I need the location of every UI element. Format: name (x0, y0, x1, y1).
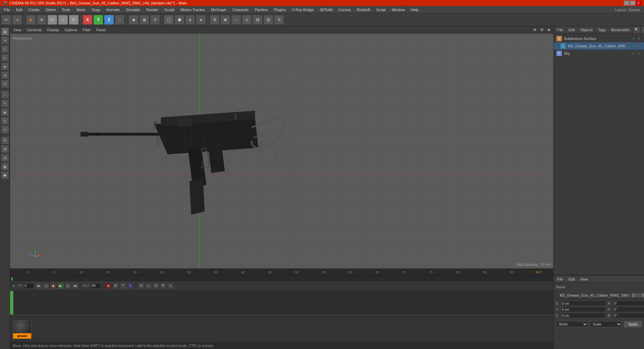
edge-mode-button[interactable]: ◈ (185, 15, 195, 25)
jump-end-button[interactable]: ⏭ (72, 283, 79, 289)
vp-menu-view[interactable]: View (12, 27, 23, 33)
grid-button[interactable]: ▨ (253, 15, 263, 25)
poly-mode-button[interactable]: ⬟ (174, 15, 184, 25)
menu-pipeline[interactable]: Pipeline (252, 6, 270, 13)
menu-snap[interactable]: Snap (89, 6, 103, 13)
menu-3dto[interactable]: 3DToAll (317, 6, 335, 13)
menu-help[interactable]: Help (408, 6, 421, 13)
tool-8[interactable]: ↕ (1, 91, 9, 99)
obj-menu-tags[interactable]: Tags (596, 27, 608, 33)
next-frame-button[interactable]: ▷ (65, 283, 71, 289)
jump-start-button[interactable]: ⏮ (35, 283, 42, 289)
undo-button[interactable]: ↩ (1, 15, 11, 25)
end-frame-input[interactable] (91, 283, 101, 289)
tool-14[interactable]: ⊞ (1, 145, 9, 153)
stop-button[interactable]: ■ (50, 283, 57, 289)
tool-1[interactable]: ▣ (1, 28, 9, 36)
auto-key-button[interactable]: A (112, 283, 119, 289)
obj-item-gun[interactable]: L M3_Grease_Gun_45_Caliber_WW2_SMG ● ● (554, 42, 644, 50)
vis-icon-3[interactable] (641, 293, 644, 297)
tool-13[interactable]: ⧉ (1, 136, 9, 144)
menu-simulate[interactable]: Simulate (123, 6, 143, 13)
obj-menu-objects[interactable]: Objects (578, 27, 595, 33)
obj-item-subdivision[interactable]: S Subdivision Surface ● ● (554, 35, 644, 42)
axis-z-button[interactable]: Z (104, 15, 114, 25)
tool-15[interactable]: ⊟ (1, 154, 9, 162)
viewport-canvas[interactable]: Perspective (10, 34, 553, 268)
play-button[interactable]: ▶ (57, 283, 64, 289)
material-swatch[interactable]: grease (13, 320, 32, 339)
menu-character[interactable]: Character (230, 6, 251, 13)
obj-menu-bookmarks[interactable]: Bookmarks (609, 27, 632, 33)
tool-4[interactable]: ▷ (1, 54, 9, 62)
apply-button[interactable]: Apply (624, 321, 642, 328)
x-pos-input[interactable] (560, 301, 606, 306)
snap-button[interactable]: ◎ (242, 15, 252, 25)
attr-menu-edit[interactable]: Edit (567, 277, 577, 282)
p-input[interactable] (612, 307, 644, 312)
visibility-button[interactable]: ☼ (231, 15, 241, 25)
pos-anim-button[interactable]: P (160, 283, 167, 289)
tool-6[interactable]: ⊕ (1, 71, 9, 79)
vp-menu-filter[interactable]: Filter (81, 27, 92, 33)
h-input[interactable] (612, 301, 644, 306)
gun-vis-editor-btn[interactable]: ● (631, 44, 636, 48)
object-mode-button[interactable]: ⬡ (164, 15, 174, 25)
sky-vis-editor-btn[interactable]: ● (631, 51, 636, 56)
tool-9[interactable]: ✎ (1, 99, 9, 107)
tool-12[interactable]: ↩ (1, 126, 9, 134)
y-pos-input[interactable] (560, 307, 606, 312)
z-pos-input[interactable] (560, 313, 606, 318)
axis-y-button[interactable]: Y (93, 15, 103, 25)
maximize-button[interactable]: □ (630, 1, 635, 5)
tool-10[interactable]: ◉ (1, 108, 9, 116)
coord-system-dropdown[interactable]: World Object Parent (556, 321, 588, 327)
gun-vis-render-btn[interactable]: ● (637, 44, 641, 48)
tool-2[interactable]: ✦ (1, 36, 9, 44)
menu-tools[interactable]: Tools (59, 6, 73, 13)
vp-menu-display[interactable]: Display (46, 27, 60, 33)
menu-motion-tracker[interactable]: Motion Tracker (178, 6, 208, 13)
new-object-button[interactable]: ⊕ (26, 15, 36, 25)
menu-script[interactable]: Script (374, 6, 388, 13)
tool-3[interactable]: ⬡ (1, 45, 9, 53)
menu-render[interactable]: Render (144, 6, 161, 13)
menu-sculpt[interactable]: Sculpt (162, 6, 177, 13)
vp-menu-options[interactable]: Options (63, 27, 78, 33)
obj-menu-file[interactable]: File (555, 27, 565, 33)
texture-mode-button[interactable]: ⊞ (210, 15, 220, 25)
vp-icon-maximize[interactable]: ⊞ (539, 27, 545, 33)
menu-mesh[interactable]: Mesh (74, 6, 88, 13)
render-preview-button[interactable]: ▣ (128, 15, 139, 25)
close-button[interactable]: ✕ (636, 1, 641, 5)
prev-frame-button[interactable]: ◁ (43, 283, 49, 289)
record-button[interactable]: ⏺ (105, 283, 112, 289)
vp-icon-settings[interactable]: ◈ (546, 27, 551, 33)
tool-16[interactable]: ▣ (1, 162, 9, 170)
axis-x-button[interactable]: X (83, 15, 93, 25)
extra-anim-button[interactable]: ≡ (167, 283, 174, 289)
render-settings-button[interactable]: ⚙ (150, 15, 160, 25)
menu-vray[interactable]: V-Ray Bridge (289, 6, 317, 13)
select-tool[interactable]: ✛ (37, 15, 47, 25)
vp-icon-move[interactable]: ⊕ (532, 27, 538, 33)
menu-plugins[interactable]: Plugins (271, 6, 288, 13)
scale-anim-button[interactable]: □ (145, 283, 152, 289)
menu-corona[interactable]: Corona (336, 6, 353, 13)
vp-menu-cameras[interactable]: Cameras (25, 27, 43, 33)
minimize-button[interactable]: – (624, 1, 629, 5)
menu-window[interactable]: Window (389, 6, 408, 13)
obj-item-sky[interactable]: ☀ Sky ● ● (554, 50, 644, 57)
scale-tool[interactable]: ⤡ (58, 15, 68, 25)
b-input[interactable] (612, 313, 644, 318)
tool-7[interactable]: ⟳ (1, 80, 9, 88)
material-override-button[interactable]: ◉ (220, 15, 230, 25)
obj-search-button[interactable]: 🔍 (633, 26, 640, 34)
tool-17[interactable]: ⬢ (1, 171, 9, 179)
menu-mograph[interactable]: MoGraph (208, 6, 229, 13)
frame-input[interactable] (24, 283, 34, 289)
obj-menu-edit[interactable]: Edit (567, 27, 577, 33)
attr-menu-file[interactable]: File (555, 277, 565, 282)
redo-button[interactable]: ↪ (12, 15, 22, 25)
attr-menu-view[interactable]: View (578, 277, 590, 282)
